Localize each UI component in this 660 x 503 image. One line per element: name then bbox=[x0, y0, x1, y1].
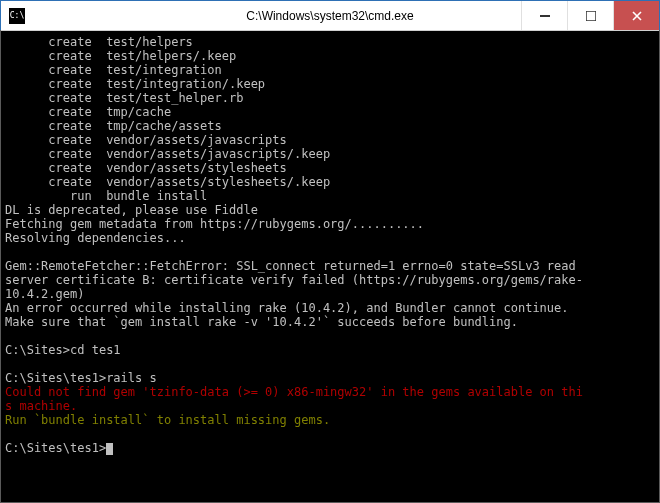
terminal-line: server certificate B: certificate verify… bbox=[5, 273, 655, 287]
terminal-line: Make sure that `gem install rake -v '10.… bbox=[5, 315, 655, 329]
terminal-line: create vendor/assets/javascripts/.keep bbox=[5, 147, 655, 161]
terminal-line: Run `bundle install` to install missing … bbox=[5, 413, 655, 427]
terminal-line bbox=[5, 357, 655, 371]
window-controls bbox=[521, 1, 659, 30]
terminal-line: create vendor/assets/stylesheets bbox=[5, 161, 655, 175]
terminal-line: s machine. bbox=[5, 399, 655, 413]
terminal-prompt[interactable]: C:\Sites\tes1> bbox=[5, 441, 655, 455]
terminal-line: create vendor/assets/stylesheets/.keep bbox=[5, 175, 655, 189]
app-icon: C:\ bbox=[9, 8, 25, 24]
terminal-line: Resolving dependencies... bbox=[5, 231, 655, 245]
svg-rect-1 bbox=[586, 11, 596, 21]
terminal-output[interactable]: create test/helpers create test/helpers/… bbox=[1, 31, 659, 502]
title-bar[interactable]: C:\ C:\Windows\system32\cmd.exe bbox=[1, 1, 659, 31]
terminal-line bbox=[5, 329, 655, 343]
terminal-line: DL is deprecated, please use Fiddle bbox=[5, 203, 655, 217]
maximize-icon bbox=[586, 11, 596, 21]
terminal-line: create tmp/cache/assets bbox=[5, 119, 655, 133]
minimize-icon bbox=[540, 11, 550, 21]
terminal-line: Could not find gem 'tzinfo-data (>= 0) x… bbox=[5, 385, 655, 399]
prompt-text: C:\Sites\tes1> bbox=[5, 441, 106, 455]
terminal-line bbox=[5, 245, 655, 259]
cmd-window: C:\ C:\Windows\system32\cmd.exe create t… bbox=[0, 0, 660, 503]
cursor bbox=[106, 443, 113, 455]
terminal-line: create test/integration bbox=[5, 63, 655, 77]
terminal-line: C:\Sites>cd tes1 bbox=[5, 343, 655, 357]
terminal-line: An error occurred while installing rake … bbox=[5, 301, 655, 315]
terminal-line: 10.4.2.gem) bbox=[5, 287, 655, 301]
terminal-line: Fetching gem metadata from https://rubyg… bbox=[5, 217, 655, 231]
terminal-line: create test/helpers bbox=[5, 35, 655, 49]
minimize-button[interactable] bbox=[521, 1, 567, 30]
close-button[interactable] bbox=[613, 1, 659, 30]
terminal-line: create tmp/cache bbox=[5, 105, 655, 119]
maximize-button[interactable] bbox=[567, 1, 613, 30]
terminal-line: create vendor/assets/javascripts bbox=[5, 133, 655, 147]
terminal-line: run bundle install bbox=[5, 189, 655, 203]
terminal-line: create test/integration/.keep bbox=[5, 77, 655, 91]
close-icon bbox=[632, 11, 642, 21]
terminal-line: create test/test_helper.rb bbox=[5, 91, 655, 105]
terminal-line: Gem::RemoteFetcher::FetchError: SSL_conn… bbox=[5, 259, 655, 273]
terminal-line bbox=[5, 427, 655, 441]
terminal-line: create test/helpers/.keep bbox=[5, 49, 655, 63]
svg-rect-0 bbox=[540, 15, 550, 17]
terminal-line: C:\Sites\tes1>rails s bbox=[5, 371, 655, 385]
